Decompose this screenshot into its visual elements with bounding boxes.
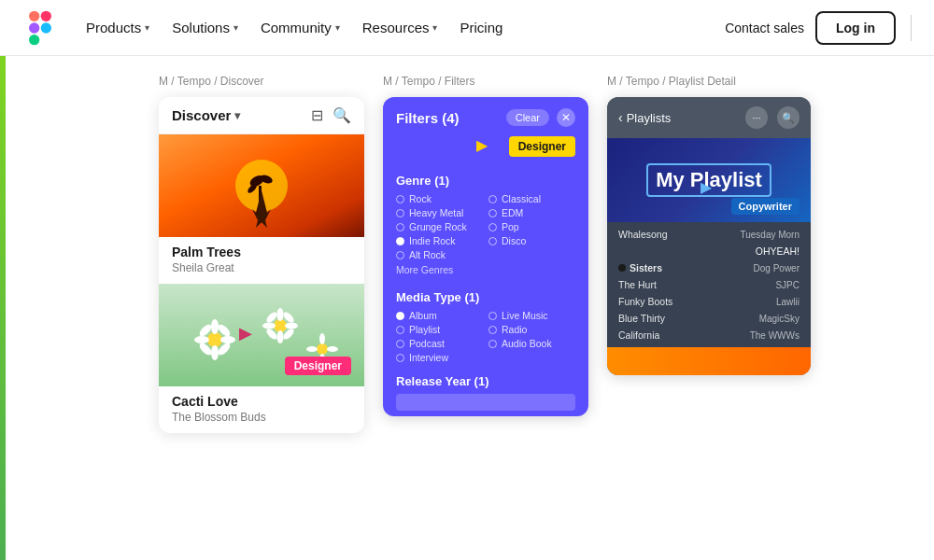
svg-rect-0 — [29, 10, 39, 21]
svg-rect-1 — [41, 10, 51, 21]
track1-name: Whalesong — [618, 229, 668, 240]
card3-wrapper: M / Tempo / Playlist Detail ‹ Playlists … — [607, 75, 811, 541]
more-genres-link[interactable]: More Genres — [396, 260, 575, 279]
filter-rock[interactable]: Rock — [396, 193, 483, 204]
left-accent-bar — [0, 56, 6, 560]
filter-radio[interactable]: Radio — [488, 324, 575, 335]
page-wrapper: Products ▾ Solutions ▾ Community ▾ Resou… — [0, 0, 934, 560]
playlist-card: ‹ Playlists ··· 🔍 My Playlist ▶ Copyw — [607, 97, 811, 375]
filter-disco[interactable]: Disco — [488, 235, 575, 246]
svg-point-21 — [274, 319, 287, 332]
card2-wrapper: M / Tempo / Filters Filters (4) Clear ✕ … — [383, 75, 588, 541]
filter-alt-rock[interactable]: Alt Rock — [396, 249, 483, 260]
nav-divider — [911, 15, 912, 41]
nav-pricing[interactable]: Pricing — [450, 12, 512, 43]
badge-area: ▶ Designer — [383, 134, 588, 168]
blue-artist: MagicSky — [759, 314, 800, 324]
track-active-dot — [618, 264, 626, 272]
genre-grid: Rock Classical Heavy Metal EDM Grunge Ro… — [396, 193, 575, 260]
search-icon[interactable]: 🔍 — [777, 106, 800, 129]
track-row-hurt: The Hurt SJPC — [607, 276, 811, 293]
svg-rect-3 — [29, 35, 39, 45]
music-item-2: Designer ▶ Cacti Love The Blossom Buds — [159, 284, 364, 433]
filters-actions: Clear ✕ — [506, 108, 575, 127]
svg-point-25 — [285, 323, 298, 329]
svg-point-24 — [262, 323, 276, 329]
track-row-california: California The WWWs — [607, 327, 811, 343]
logo[interactable] — [22, 10, 58, 46]
filters-header: Filters (4) Clear ✕ — [383, 97, 588, 134]
clear-button[interactable]: Clear — [506, 109, 549, 126]
svg-point-31 — [319, 333, 325, 344]
playlist-back-button[interactable]: ‹ Playlists — [618, 110, 671, 125]
track-row-blue: Blue Thirty MagicSky — [607, 310, 811, 327]
filter-pop[interactable]: Pop — [488, 221, 575, 232]
genre-title: Genre (1) — [396, 174, 575, 188]
filter-audiobook[interactable]: Audio Book — [488, 338, 575, 349]
filter-classical[interactable]: Classical — [488, 193, 575, 204]
card1-breadcrumb: M / Tempo / Discover — [159, 75, 364, 88]
login-button[interactable]: Log in — [815, 11, 896, 45]
nav-links: Products ▾ Solutions ▾ Community ▾ Resou… — [77, 12, 725, 43]
svg-point-14 — [211, 345, 219, 360]
track-row-funky: Funky Boots Lawlii — [607, 293, 811, 310]
svg-point-34 — [327, 346, 338, 352]
track-1-left: Whalesong — [618, 229, 668, 240]
chevron-down-icon: ▾ — [234, 109, 240, 122]
track-row-1: Whalesong Tuesday Morn — [607, 226, 811, 243]
filter-playlist[interactable]: Playlist — [396, 324, 483, 335]
release-slider[interactable] — [396, 394, 575, 411]
filter-podcast[interactable]: Podcast — [396, 338, 483, 349]
track1-title: Palm Trees — [172, 245, 351, 259]
svg-rect-2 — [29, 22, 39, 33]
copywriter-badge: Copywriter — [731, 198, 800, 215]
track2-title: Cacti Love — [172, 394, 351, 409]
cursor-arrow-icon: ▶ — [239, 323, 252, 343]
music-info-1: Palm Trees Sheila Great — [159, 237, 364, 284]
cursor-arrow-2-icon: ▶ — [476, 136, 488, 154]
music-info-2: Cacti Love The Blossom Buds — [159, 386, 364, 433]
filter-album[interactable]: Album — [396, 310, 483, 321]
card2-breadcrumb: M / Tempo / Filters — [383, 75, 588, 88]
media-grid: Album Live Music Playlist Radio Podcast … — [396, 310, 575, 363]
release-title: Release Year (1) — [396, 374, 575, 388]
filter-edm[interactable]: EDM — [488, 207, 575, 218]
nav-products[interactable]: Products ▾ — [77, 12, 159, 43]
svg-rect-7 — [259, 186, 262, 223]
more-options-icon[interactable]: ··· — [745, 106, 768, 129]
track1-artist: Sheila Great — [172, 261, 351, 274]
nav-resources[interactable]: Resources ▾ — [353, 12, 447, 43]
california-artist: The WWWs — [750, 330, 800, 341]
sisters-artist: Dog Power — [754, 263, 800, 273]
filter-interview[interactable]: Interview — [396, 352, 483, 363]
playlist-bottom-bar — [607, 347, 811, 375]
close-button[interactable]: ✕ — [557, 108, 575, 127]
sunset-image — [159, 134, 364, 237]
release-section: Release Year (1) — [383, 369, 588, 416]
playlist-hero: My Playlist ▶ Copywriter — [607, 138, 811, 222]
svg-point-22 — [277, 308, 284, 321]
discover-card: Discover ▾ ⊟ 🔍 — [159, 97, 364, 433]
cursor-arrow-3-icon: ▶ — [700, 178, 712, 196]
funky-name: Funky Boots — [618, 296, 672, 307]
ohyeah-name: OHYEAH! — [756, 245, 800, 257]
filter-grunge[interactable]: Grunge Rock — [396, 221, 483, 232]
hurt-artist: SJPC — [775, 280, 800, 290]
chevron-down-icon: ▾ — [145, 22, 149, 33]
filter-icon[interactable]: ⊟ — [311, 106, 323, 124]
california-name: California — [618, 329, 659, 341]
chevron-down-icon: ▾ — [335, 22, 340, 33]
nav-right: Contact sales Log in — [725, 11, 912, 45]
filter-heavy-metal[interactable]: Heavy Metal — [396, 207, 483, 218]
track1-artist: Tuesday Morn — [740, 230, 800, 240]
filters-card: Filters (4) Clear ✕ ▶ Designer Genre (1)… — [383, 97, 588, 416]
search-icon[interactable]: 🔍 — [333, 106, 351, 124]
nav-solutions[interactable]: Solutions ▾ — [163, 12, 248, 43]
svg-point-13 — [211, 319, 219, 334]
playlist-icons: ··· 🔍 — [745, 106, 800, 129]
funky-artist: Lawlii — [776, 297, 800, 307]
contact-sales-link[interactable]: Contact sales — [725, 21, 804, 35]
nav-community[interactable]: Community ▾ — [251, 12, 349, 43]
filter-live-music[interactable]: Live Music — [488, 310, 575, 321]
filter-indie-rock[interactable]: Indie Rock — [396, 235, 483, 246]
